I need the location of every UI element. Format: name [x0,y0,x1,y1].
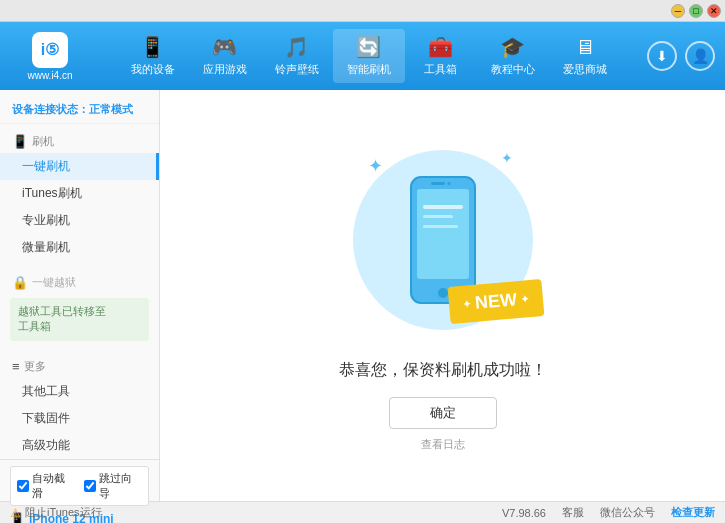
sidebar-item-one-click-flash[interactable]: 一键刷机 [0,153,159,180]
nav-item-my-device[interactable]: 📱 我的设备 [117,29,189,83]
nav-label-smart-shop: 智能刷机 [347,62,391,77]
sparkle-top-left: ✦ [368,155,383,177]
confirm-button[interactable]: 确定 [389,397,497,429]
nav-bar: 📱 我的设备 🎮 应用游戏 🎵 铃声壁纸 🔄 智能刷机 🧰 工具箱 🎓 教程中心… [90,29,647,83]
sidebar-item-micro-flash[interactable]: 微量刷机 [0,234,159,261]
smart-shop-icon: 🔄 [356,35,381,59]
nav-label-ringtones: 铃声壁纸 [275,62,319,77]
svg-rect-7 [423,225,458,228]
main-area: 设备连接状态：正常模式 📱 刷机 一键刷机 iTunes刷机 专业刷机 微量刷机… [0,90,725,501]
wechat-link[interactable]: 微信公众号 [600,505,655,520]
toolbox-icon: 🧰 [428,35,453,59]
view-log-link[interactable]: 查看日志 [421,437,465,452]
section-header-more: ≡ 更多 [0,355,159,378]
content-area: ✦ ✦ NEW 恭喜您，保资料刷机成功啦！ 确定 查看日志 [160,90,725,501]
nav-label-my-device: 我的设备 [131,62,175,77]
sparkle-top-right: ✦ [501,150,513,166]
svg-rect-5 [423,205,463,209]
nav-item-smart-shop[interactable]: 🔄 智能刷机 [333,29,405,83]
version-label: V7.98.66 [502,507,546,519]
jailbreak-section-icon: 🔒 [12,275,28,290]
minimize-button[interactable]: ─ [671,4,685,18]
auto-close-checkbox[interactable]: 自动截滑 [17,471,76,501]
success-text: 恭喜您，保资料刷机成功啦！ [339,360,547,381]
download-button[interactable]: ⬇ [647,41,677,71]
close-button[interactable]: ✕ [707,4,721,18]
sidebar-item-advanced[interactable]: 高级功能 [0,432,159,459]
auto-close-input[interactable] [17,480,29,492]
sidebar-item-other-tools[interactable]: 其他工具 [0,378,159,405]
svg-point-2 [438,288,448,298]
nav-item-tutorial[interactable]: 🎓 教程中心 [477,29,549,83]
warning-icon: ⚠ [10,506,21,520]
bottom-left: ⚠ 阻止iTunes运行 [10,505,102,520]
ringtones-icon: 🎵 [284,35,309,59]
logo-icon: i⑤ [32,32,68,68]
nav-label-toolbox: 工具箱 [424,62,457,77]
svg-rect-1 [417,189,469,279]
illustration: ✦ ✦ NEW [343,140,543,340]
maximize-button[interactable]: □ [689,4,703,18]
more-section-icon: ≡ [12,359,20,374]
logo-text: www.i4.cn [27,70,72,81]
title-bar: ─ □ ✕ [0,0,725,22]
logo: i⑤ www.i4.cn [10,32,90,81]
header-right: ⬇ 👤 [647,41,715,71]
section-header-flash: 📱 刷机 [0,130,159,153]
nav-label-tutorial: 教程中心 [491,62,535,77]
skip-wizard-input[interactable] [84,480,96,492]
nav-label-apps: 应用游戏 [203,62,247,77]
sidebar-item-download-fw[interactable]: 下载固件 [0,405,159,432]
section-header-jailbreak: 🔒 一键越狱 [0,271,159,294]
nav-item-ringtones[interactable]: 🎵 铃声壁纸 [261,29,333,83]
update-button[interactable]: 检查更新 [671,505,715,520]
jailbreak-note: 越狱工具已转移至工具箱 [10,298,149,341]
nav-item-toolbox[interactable]: 🧰 工具箱 [405,29,477,83]
svg-rect-3 [431,182,445,185]
sidebar: 设备连接状态：正常模式 📱 刷机 一键刷机 iTunes刷机 专业刷机 微量刷机… [0,90,160,501]
svg-point-4 [447,182,450,185]
tutorial-icon: 🎓 [500,35,525,59]
apps-icon: 🎮 [212,35,237,59]
new-badge: NEW [447,278,544,323]
skip-wizard-checkbox[interactable]: 跳过向导 [84,471,143,501]
customer-service-link[interactable]: 客服 [562,505,584,520]
nav-item-apps-games[interactable]: 🎮 应用游戏 [189,29,261,83]
connection-status: 设备连接状态：正常模式 [0,98,159,124]
shop-icon: 🖥 [575,36,595,59]
svg-rect-6 [423,215,453,218]
header: i⑤ www.i4.cn 📱 我的设备 🎮 应用游戏 🎵 铃声壁纸 🔄 智能刷机… [0,22,725,90]
nav-label-shop: 爱思商城 [563,62,607,77]
device-icon: 📱 [140,35,165,59]
account-button[interactable]: 👤 [685,41,715,71]
nav-item-shop[interactable]: 🖥 爱思商城 [549,29,621,83]
checkbox-row: 自动截滑 跳过向导 [10,466,149,506]
bottom-right: V7.98.66 客服 微信公众号 检查更新 [502,505,715,520]
flash-section-icon: 📱 [12,134,28,149]
sidebar-item-itunes-flash[interactable]: iTunes刷机 [0,180,159,207]
sidebar-item-pro-flash[interactable]: 专业刷机 [0,207,159,234]
warning-text: 阻止iTunes运行 [25,505,102,520]
